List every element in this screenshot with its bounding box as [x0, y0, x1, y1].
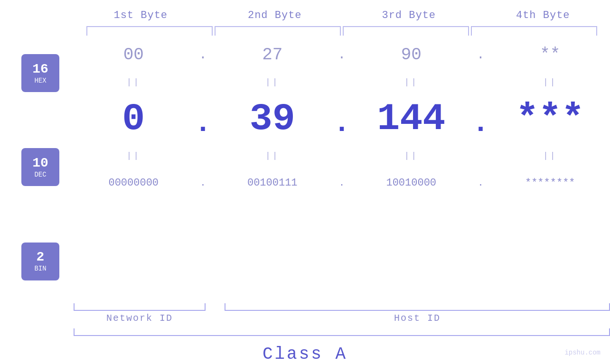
hex-b1-value: 00 — [123, 45, 144, 65]
eq1-b4: || — [543, 77, 557, 87]
network-id-bracket — [74, 303, 206, 311]
dec-sep2: . — [332, 98, 351, 140]
hex-badge-number: 16 — [32, 62, 48, 77]
dec-badge-label: DEC — [34, 171, 46, 178]
class-label: Class A — [263, 345, 347, 364]
full-bottom-bracket — [74, 328, 610, 336]
byte4-label: 4th Byte — [476, 9, 610, 21]
dec-b2-cell: 39 — [213, 97, 333, 140]
hex-b3-value: 90 — [401, 45, 422, 65]
top-brackets — [85, 26, 598, 36]
host-id-label: Host ID — [394, 313, 441, 324]
bin-badge: 2 BIN — [21, 243, 59, 280]
badges-column: 16 HEX 10 DEC 2 BIN — [0, 36, 74, 301]
website-text: ipshu.com — [564, 349, 601, 356]
dec-sep3: . — [471, 98, 490, 140]
full-bottom-bracket-row — [0, 328, 610, 336]
hex-b4-cell: ** — [490, 45, 610, 65]
hex-b1-cell: 00 — [74, 45, 194, 65]
eq1-b2: || — [265, 77, 280, 87]
dec-b3-value: 144 — [377, 97, 445, 140]
bracket-seg4 — [471, 26, 597, 36]
dec-badge: 10 DEC — [21, 148, 59, 186]
bin-sep3: . — [471, 177, 490, 188]
dec-sep1: . — [194, 98, 213, 140]
bin-b3-value: 10010000 — [386, 177, 436, 189]
dec-b4-cell: *** — [490, 97, 610, 140]
network-id-label: Network ID — [106, 313, 173, 324]
dec-row: 0 . 39 . 144 . *** — [74, 90, 610, 147]
network-id-section: Network ID — [74, 303, 206, 324]
hex-sep3: . — [471, 47, 490, 62]
bin-badge-label: BIN — [34, 265, 46, 272]
hex-b2-cell: 27 — [213, 45, 333, 65]
eq2-b1: || — [126, 151, 141, 160]
dec-b3-cell: 144 — [351, 97, 471, 140]
bin-sep1: . — [194, 177, 213, 188]
eq2-b2: || — [265, 151, 280, 160]
bin-b4-value: ******** — [525, 177, 575, 189]
bracket-seg3 — [343, 26, 469, 36]
equals-row-2: || || || || — [74, 147, 610, 164]
hex-b4-value: ** — [540, 45, 560, 65]
hex-badge: 16 HEX — [21, 54, 59, 92]
hex-b3-cell: 90 — [351, 45, 471, 65]
bin-badge-number: 2 — [37, 250, 45, 265]
byte2-label: 2nd Byte — [208, 9, 342, 21]
dec-b4-value: *** — [516, 97, 584, 140]
hex-badge-label: HEX — [34, 77, 46, 84]
host-id-section: Host ID — [225, 303, 610, 324]
bin-b3-cell: 10010000 — [351, 177, 471, 189]
equals-row-1: || || || || — [74, 74, 610, 90]
eq1-b3: || — [404, 77, 418, 87]
data-rows: 00 . 27 . 90 . ** || || — [74, 36, 610, 301]
byte1-label: 1st Byte — [74, 9, 208, 21]
bottom-brackets-row: Network ID Host ID — [0, 303, 610, 324]
dec-b2-value: 39 — [250, 97, 295, 140]
hex-row: 00 . 27 . 90 . ** — [74, 36, 610, 74]
bin-b2-value: 00100111 — [247, 177, 298, 189]
bin-sep2: . — [332, 177, 351, 188]
main-container: 1st Byte 2nd Byte 3rd Byte 4th Byte 16 H… — [0, 0, 610, 364]
bin-row: 00000000 . 00100111 . 10010000 . *******… — [74, 164, 610, 202]
host-id-bracket — [225, 303, 610, 311]
bracket-seg1 — [86, 26, 213, 36]
dec-badge-number: 10 — [32, 156, 48, 171]
bracket-gap — [206, 303, 225, 324]
header-row: 1st Byte 2nd Byte 3rd Byte 4th Byte — [0, 9, 610, 21]
dec-b1-value: 0 — [122, 97, 145, 140]
class-row: Class A — [0, 345, 610, 364]
bracket-seg2 — [215, 26, 341, 36]
eq2-b3: || — [404, 151, 418, 160]
eq1-b1: || — [126, 77, 141, 87]
bin-b1-value: 00000000 — [108, 177, 159, 189]
bin-b2-cell: 00100111 — [213, 177, 333, 189]
dec-b1-cell: 0 — [74, 97, 194, 140]
bin-b4-cell: ******** — [490, 177, 610, 189]
hex-b2-value: 27 — [262, 45, 282, 65]
hex-sep1: . — [194, 47, 213, 62]
hex-sep2: . — [332, 47, 351, 62]
website-label: ipshu.com — [564, 348, 601, 357]
eq2-b4: || — [543, 151, 557, 160]
bin-b1-cell: 00000000 — [74, 177, 194, 189]
byte3-label: 3rd Byte — [342, 9, 476, 21]
